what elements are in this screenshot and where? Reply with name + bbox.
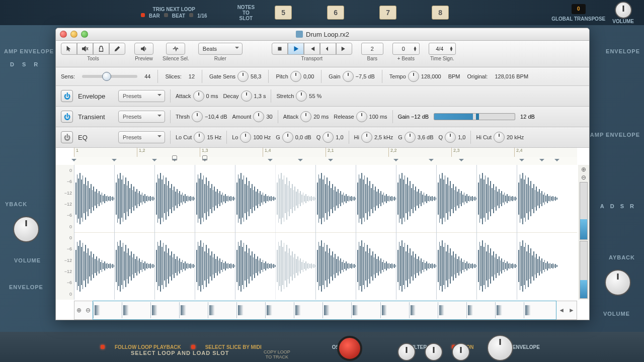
waveform-slice[interactable] [396, 165, 437, 232]
osc-knob-2[interactable] [425, 343, 443, 361]
slice-marker[interactable] [298, 159, 303, 164]
close-button[interactable] [60, 31, 67, 38]
overview-slice[interactable] [93, 302, 108, 318]
slice-marker[interactable] [554, 159, 559, 164]
eq-g1-knob[interactable] [282, 132, 293, 143]
big-red-knob[interactable] [337, 336, 362, 361]
overview-slice[interactable] [380, 302, 395, 318]
overview-slice[interactable] [208, 302, 222, 318]
slice-marker[interactable] [71, 159, 76, 164]
slot-6[interactable]: 6 [327, 6, 344, 20]
slice-marker-strip[interactable] [74, 157, 577, 165]
overview-slice[interactable] [524, 302, 538, 318]
eq-lo-knob[interactable] [240, 132, 251, 143]
slice-marker[interactable] [459, 159, 464, 164]
play-button[interactable] [288, 43, 304, 55]
sens-slider-thumb[interactable] [102, 72, 111, 81]
bar-led[interactable] [141, 13, 145, 17]
eq-locut-knob[interactable] [194, 132, 205, 143]
sixteenth-led[interactable] [189, 13, 193, 17]
waveform-canvas[interactable] [74, 165, 577, 300]
waveform-slice[interactable] [235, 232, 276, 300]
eq-presets[interactable]: Presets [118, 131, 165, 143]
overview-strip[interactable]: ⊕ ⊖ ◄ ► [74, 301, 577, 320]
global-volume-knob[interactable] [615, 2, 632, 19]
overview-slice[interactable] [409, 302, 424, 318]
scroll-left-icon[interactable]: ◄ [556, 307, 567, 314]
waveform-slice[interactable] [396, 232, 437, 300]
tr-release-knob[interactable] [356, 111, 367, 122]
waveform-slice[interactable] [195, 165, 235, 232]
waveform-slice[interactable] [476, 165, 517, 232]
waveform-slice[interactable] [517, 165, 557, 232]
envelope-presets[interactable]: Presets [118, 90, 165, 102]
filter-knob[interactable] [487, 335, 513, 361]
waveform-area[interactable]: 11,21,31,42,12,22,32,4 0−6−12−12−600−6−1… [56, 148, 589, 320]
eq-g2-knob[interactable] [405, 132, 416, 143]
tr-amount-knob[interactable] [253, 111, 264, 122]
transient-presets[interactable]: Presets [118, 111, 165, 123]
zoom-out-v-icon[interactable]: ⊖ [581, 174, 586, 181]
slice-marker[interactable] [112, 159, 117, 164]
forward-button[interactable] [336, 43, 352, 55]
waveform-slice[interactable] [356, 232, 396, 300]
waveform-slice[interactable] [114, 165, 155, 232]
slot-5[interactable]: 5 [275, 6, 292, 20]
overview-slice[interactable] [122, 302, 136, 318]
waveform-slice[interactable] [154, 165, 195, 232]
slice-marker[interactable] [152, 159, 157, 164]
overview-slice[interactable] [466, 302, 481, 318]
waveform-slice[interactable] [275, 165, 316, 232]
overview-slice[interactable] [294, 302, 308, 318]
overview-slice[interactable] [265, 302, 280, 318]
stop-button[interactable] [272, 43, 288, 55]
lock-tool[interactable] [93, 43, 109, 55]
overview-slice[interactable] [438, 302, 452, 318]
waveform-slice[interactable] [315, 232, 356, 300]
zoom-out-h-icon[interactable]: ⊖ [84, 307, 93, 314]
beats-field[interactable]: 0▲▼ [392, 43, 420, 55]
timesign-field[interactable]: 4/4▲▼ [429, 43, 456, 55]
beat-led[interactable] [164, 13, 168, 17]
overview-slice[interactable] [351, 302, 366, 318]
slice-marker[interactable] [268, 159, 273, 164]
overview-waveform[interactable] [93, 301, 556, 320]
follow-led[interactable] [101, 345, 105, 349]
overview-slice[interactable] [323, 302, 337, 318]
overview-slice[interactable] [179, 302, 194, 318]
waveform-slice[interactable] [275, 232, 316, 300]
envelope-power[interactable]: ⏻ [61, 90, 73, 102]
eq-q2-knob[interactable] [445, 132, 456, 143]
slice-marker[interactable] [429, 159, 434, 164]
waveform-slice[interactable] [114, 232, 155, 300]
zoom-button[interactable] [81, 31, 88, 38]
waveform-slice[interactable] [315, 165, 356, 232]
slot-7[interactable]: 7 [379, 6, 396, 20]
slice-marker[interactable] [202, 159, 207, 164]
overview-slice[interactable] [150, 302, 165, 318]
env-attack-knob[interactable] [193, 90, 204, 102]
waveform-slice[interactable] [356, 165, 396, 232]
osc-knob-3[interactable] [452, 343, 470, 361]
slot-8[interactable]: 8 [432, 6, 449, 20]
global-transpose-display[interactable]: 0 [572, 4, 586, 14]
return-button[interactable] [320, 43, 336, 55]
overview-slice[interactable] [236, 302, 251, 318]
waveform-slice[interactable] [154, 232, 195, 300]
playback-volume-knob-right[interactable] [605, 269, 631, 296]
minimize-button[interactable] [70, 31, 77, 38]
silence-button[interactable] [166, 43, 185, 55]
tempo-knob[interactable] [408, 71, 419, 82]
transient-power[interactable]: ⏻ [61, 111, 73, 123]
zoom-in-h-icon[interactable]: ⊕ [74, 307, 84, 314]
mute-tool[interactable] [77, 43, 93, 55]
osc-knob-1[interactable] [397, 343, 416, 361]
pencil-tool[interactable] [109, 43, 125, 55]
pointer-tool[interactable] [61, 43, 77, 55]
sens-slider[interactable] [82, 75, 137, 78]
playback-volume-knob-left[interactable] [13, 216, 39, 242]
bars-field[interactable]: 2 [361, 43, 383, 55]
gatesens-knob[interactable] [237, 71, 249, 82]
zoom-in-v-icon[interactable]: ⊕ [581, 166, 586, 173]
scroll-right-icon[interactable]: ► [567, 307, 577, 314]
